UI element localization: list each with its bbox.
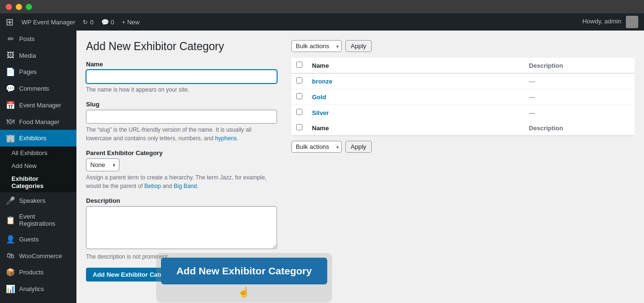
sidebar-item-all-exhibitors[interactable]: All Exhibitors — [0, 146, 76, 159]
footer-checkbox-col — [291, 120, 307, 136]
guests-icon: 👤 — [6, 235, 15, 244]
select-all-checkbox-top[interactable] — [296, 62, 302, 68]
sidebar-item-pages[interactable]: 📄 Pages — [0, 63, 76, 80]
main-content: Add New Exhibitor Category Name The name… — [76, 31, 644, 303]
table-row: bronze — — [291, 73, 634, 89]
admin-avatar — [626, 16, 638, 28]
media-icon: 🖼 — [6, 51, 15, 60]
parent-select-wrap: None — [86, 158, 119, 171]
sidebar-item-analytics[interactable]: 📊 Analytics — [0, 281, 76, 297]
bulk-actions-wrap-top: Bulk actions — [291, 40, 342, 52]
slug-label: Slug — [86, 101, 277, 108]
bigband-link[interactable]: Big Band — [174, 183, 197, 189]
category-name-bronze[interactable]: bronze — [312, 78, 333, 85]
row-checkbox-silver[interactable] — [296, 109, 302, 115]
category-name-gold[interactable]: Gold — [312, 94, 326, 101]
table-row: Silver — — [291, 105, 634, 121]
top-toolbar: Bulk actions Apply — [291, 40, 634, 52]
comments-link[interactable]: 💬 0 — [101, 19, 114, 26]
category-desc-bronze: — — [524, 73, 634, 89]
header-checkbox-col — [291, 58, 307, 73]
bulk-actions-wrap-bottom: Bulk actions — [291, 141, 342, 153]
sidebar-item-media[interactable]: 🖼 Media — [0, 47, 76, 63]
parent-group: Parent Exhibitor Category None Assign a … — [86, 149, 277, 190]
exhibitors-icon: 🏢 — [6, 134, 15, 143]
wp-logo-icon: ⊞ — [6, 16, 14, 28]
bottom-toolbar: Bulk actions Apply — [291, 141, 634, 153]
slug-group: Slug The “slug” is the URL-friendly vers… — [86, 101, 277, 143]
description-textarea[interactable] — [86, 206, 277, 249]
cursor-icon: ☝ — [161, 286, 327, 298]
close-button[interactable] — [6, 4, 12, 10]
sidebar-item-exhibitors[interactable]: 🏢 Exhibitors — [0, 130, 76, 146]
slug-input[interactable] — [86, 110, 277, 124]
table-body: bronze — Gold — Silver — — [291, 73, 634, 121]
parent-label: Parent Exhibitor Category — [86, 149, 277, 157]
hyphens-link[interactable]: hyphens — [215, 135, 236, 142]
woocommerce-icon: 🛍 — [6, 251, 15, 260]
header-description-col: Description — [524, 58, 634, 73]
row-checkbox-bronze[interactable] — [296, 77, 302, 84]
sidebar: ✏ Posts 🖼 Media 📄 Pages 💬 Comments 📅 Eve… — [0, 31, 76, 303]
sidebar-item-posts[interactable]: ✏ Posts — [0, 31, 76, 47]
table-panel: Bulk actions Apply Name Description — [291, 40, 634, 282]
bulk-actions-select-top[interactable]: Bulk actions — [291, 40, 342, 52]
new-content-link[interactable]: + New — [122, 19, 140, 26]
header-name-col: Name — [307, 58, 524, 73]
sidebar-item-event-registrations[interactable]: 📋 Event Registrations — [0, 209, 76, 231]
sidebar-item-woocommerce[interactable]: 🛍 WooCommerce — [0, 248, 76, 264]
food-manager-icon: 🍽 — [6, 117, 15, 126]
select-all-checkbox-bottom[interactable] — [296, 124, 302, 130]
titlebar — [0, 0, 644, 13]
sidebar-item-event-manager[interactable]: 📅 Event Manager — [0, 97, 76, 114]
description-label: Description — [86, 197, 277, 204]
howdy-text: Howdy, admin — [582, 16, 638, 28]
event-registrations-icon: 📋 — [6, 216, 15, 225]
sidebar-item-speakers[interactable]: 🎤 Speakers — [0, 192, 76, 209]
categories-table: Name Description bronze — Gold — Silver … — [291, 58, 634, 136]
event-manager-icon: 📅 — [6, 101, 15, 110]
sidebar-item-add-new[interactable]: Add New — [0, 159, 76, 172]
site-name[interactable]: WP Event Manager — [21, 19, 75, 26]
apply-button-bottom[interactable]: Apply — [345, 141, 372, 153]
name-input[interactable] — [86, 70, 277, 84]
table-row: Gold — — [291, 89, 634, 105]
sidebar-item-products[interactable]: 📦 Products — [0, 264, 76, 281]
sidebar-item-exhibitor-categories[interactable]: Exhibitor Categories — [0, 172, 76, 192]
sidebar-item-guests[interactable]: 👤 Guests — [0, 231, 76, 248]
sidebar-item-comments[interactable]: 💬 Comments — [0, 80, 76, 97]
layout: ✏ Posts 🖼 Media 📄 Pages 💬 Comments 📅 Eve… — [0, 31, 644, 303]
table-header-row: Name Description — [291, 58, 634, 73]
comments-icon: 💬 — [6, 84, 15, 93]
minimize-button[interactable] — [16, 4, 22, 10]
overlay-submit-button[interactable]: Add New Exhibitor Category — [161, 258, 327, 284]
apply-button-top[interactable]: Apply — [345, 40, 372, 52]
category-name-silver[interactable]: Silver — [312, 109, 329, 116]
description-group: Description The description is not promi… — [86, 197, 277, 261]
name-group: Name The name is how it appears on your … — [86, 61, 277, 94]
products-icon: 📦 — [6, 268, 15, 277]
pages-icon: 📄 — [6, 67, 15, 76]
bebop-link[interactable]: Bebop — [144, 183, 161, 189]
comments-icon: 💬 — [101, 19, 109, 26]
slug-hint: The “slug” is the URL-friendly version o… — [86, 125, 277, 143]
updates-link[interactable]: ↻ 0 — [83, 19, 93, 26]
content-area: Add New Exhibitor Category Name The name… — [76, 31, 644, 291]
bulk-actions-select-bottom[interactable]: Bulk actions — [291, 141, 342, 153]
sidebar-item-food-manager[interactable]: 🍽 Food Manager — [0, 114, 76, 130]
row-checkbox-gold[interactable] — [296, 93, 302, 99]
updates-icon: ↻ — [83, 19, 88, 26]
category-desc-silver: — — [524, 105, 634, 121]
form-panel: Add New Exhibitor Category Name The name… — [86, 40, 277, 282]
name-hint: The name is how it appears on your site. — [86, 85, 277, 94]
analytics-icon: 📊 — [6, 284, 15, 293]
overlay-shadow: Add New Exhibitor Category ☝ — [156, 253, 332, 303]
footer-description-col: Description — [524, 120, 634, 136]
overlay-btn-container: Add New Exhibitor Category ☝ — [156, 253, 332, 303]
footer-name-col: Name — [307, 120, 524, 136]
parent-hint: Assign a parent term to create a hierarc… — [86, 173, 277, 190]
maximize-button[interactable] — [26, 4, 32, 10]
speakers-icon: 🎤 — [6, 196, 15, 205]
parent-select[interactable]: None — [86, 158, 119, 171]
sidebar-sub-exhibitors: All Exhibitors Add New Exhibitor Categor… — [0, 146, 76, 192]
